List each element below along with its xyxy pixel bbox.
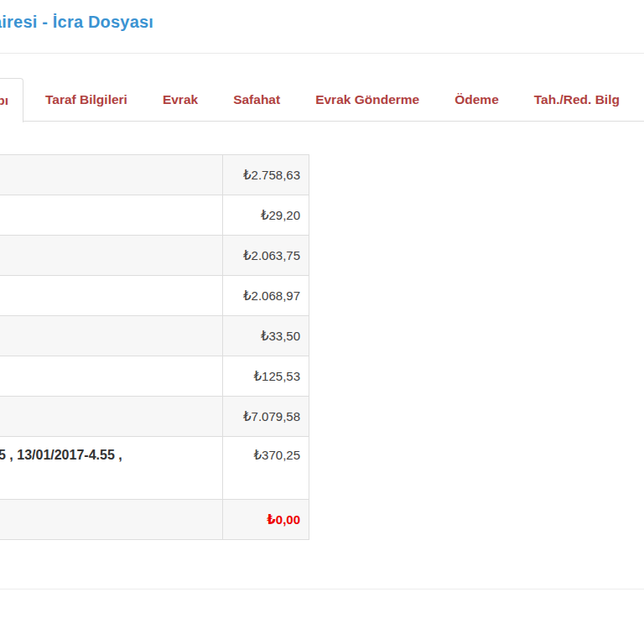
row-label-cell xyxy=(0,248,222,262)
table-row: ₺125,53 xyxy=(0,356,309,397)
row-amount-cell: ₺33,50 xyxy=(222,316,309,356)
tab-safahat[interactable]: Safahat xyxy=(220,78,293,122)
row-amount-cell: ₺7.079,58 xyxy=(222,397,309,436)
tab-list: bı Taraf Bilgileri Evrak Safahat Evrak G… xyxy=(0,78,633,122)
tab-bar: bı Taraf Bilgileri Evrak Safahat Evrak G… xyxy=(0,78,644,122)
tab-odeme[interactable]: Ödeme xyxy=(441,78,512,122)
table-row: ₺2.068,97 xyxy=(0,276,309,316)
row-amount-cell: ₺370,25 xyxy=(222,437,309,499)
row-label-cell xyxy=(0,369,222,383)
row-amount-cell: ₺2.068,97 xyxy=(222,276,309,315)
row-amount-cell: ₺29,20 xyxy=(222,195,309,235)
table-row: ₺2.758,63 xyxy=(0,155,309,195)
tab-taraf-bilgileri[interactable]: Taraf Bilgileri xyxy=(32,78,141,122)
table-row-faiz-detail: 5 , 13/01/2017-4.55 , ₺370,25 xyxy=(0,437,309,500)
row-amount: ₺2.063,75 xyxy=(243,248,300,263)
row-label-cell xyxy=(0,288,222,303)
page-title: airesi - İcra Dosyası xyxy=(0,13,153,32)
row-label-cell xyxy=(0,329,222,343)
row-amount-cell: ₺0,00 xyxy=(222,500,309,539)
row-amount: ₺7.079,58 xyxy=(243,409,300,424)
row-amount-zero-balance: ₺0,00 xyxy=(267,512,300,527)
page: airesi - İcra Dosyası bı Taraf Bilgileri… xyxy=(0,0,644,644)
table-row: ₺2.063,75 xyxy=(0,236,309,276)
row-label-cell xyxy=(0,208,222,222)
row-amount: ₺2.758,63 xyxy=(243,168,300,183)
row-amount: ₺370,25 xyxy=(254,448,300,463)
row-amount-cell: ₺125,53 xyxy=(222,356,309,396)
row-label-cell xyxy=(0,168,222,182)
table-row: ₺33,50 xyxy=(0,316,309,356)
row-label-cell xyxy=(0,409,222,423)
tab-evrak-gonderme[interactable]: Evrak Gönderme xyxy=(302,78,433,122)
row-amount: ₺29,20 xyxy=(261,208,300,223)
header-divider xyxy=(0,53,644,54)
row-label: 5 , 13/01/2017-4.55 , xyxy=(0,448,122,463)
row-amount: ₺2.068,97 xyxy=(243,288,300,304)
row-amount: ₺33,50 xyxy=(261,329,300,344)
tab-dosya-hesabi-active[interactable]: bı xyxy=(0,78,23,122)
row-amount-cell: ₺2.758,63 xyxy=(222,155,309,195)
row-amount: ₺125,53 xyxy=(254,369,300,384)
tab-tah-red-bilgileri[interactable]: Tah./Red. Bilg xyxy=(521,78,633,122)
dosya-hesabi-table: ₺2.758,63 ₺29,20 ₺2.063,75 ₺2.068,97 ₺33… xyxy=(0,154,309,540)
table-row: ₺29,20 xyxy=(0,195,309,236)
row-amount-cell: ₺2.063,75 xyxy=(222,236,309,275)
table-row-bakiye: ₺0,00 xyxy=(0,500,309,540)
footer-divider xyxy=(0,589,644,589)
row-label-cell: 5 , 13/01/2017-4.55 , xyxy=(0,437,222,463)
table-row: ₺7.079,58 xyxy=(0,397,309,437)
tab-evrak[interactable]: Evrak xyxy=(149,78,211,122)
row-label-cell xyxy=(0,512,222,527)
